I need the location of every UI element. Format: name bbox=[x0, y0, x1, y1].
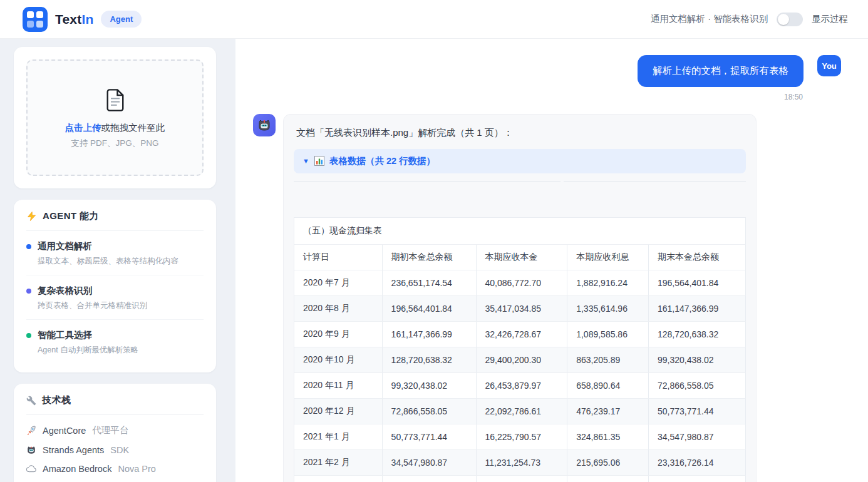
capability-title: 复杂表格识别 bbox=[38, 285, 92, 297]
table-cell: 161,147,366.99 bbox=[648, 295, 745, 321]
table-title: （五）现金流归集表 bbox=[294, 217, 746, 244]
capability-dot-icon bbox=[26, 244, 31, 249]
user-avatar: You bbox=[817, 55, 841, 76]
table-row: 2021 年1 月50,773,771.4416,225,790.57324,8… bbox=[294, 424, 746, 449]
tech-stack-list: AgentCore代理平台Strands AgentsSDKAmazon Bed… bbox=[26, 415, 204, 482]
table-cell: 1,335,614.96 bbox=[567, 295, 649, 321]
table-cell: 236,651,174.54 bbox=[382, 270, 476, 295]
table-cell: 16,225,790.57 bbox=[476, 424, 567, 449]
table-row: 2020 年8 月196,564,401.8435,417,034.851,33… bbox=[294, 295, 746, 321]
table-cell: 863,205.89 bbox=[567, 347, 649, 372]
table-row: 2020 年11 月99,320,438.0226,453,879.97658,… bbox=[294, 372, 746, 398]
table-cell: 22,092,786.61 bbox=[476, 398, 567, 424]
tech-item-name: Amazon Bedrock bbox=[43, 464, 111, 474]
capability-desc: Agent 自动判断最优解析策略 bbox=[38, 345, 204, 356]
capability-dot-icon bbox=[26, 333, 31, 338]
upload-instruction: 点击上传或拖拽文件至此 bbox=[65, 122, 165, 134]
table-column-header: 本期应收利息 bbox=[567, 244, 649, 270]
table-cell: 1,882,916.24 bbox=[567, 270, 649, 295]
tech-stack-item: TextIn 文档解析API bbox=[26, 478, 204, 482]
show-process-label: 显示过程 bbox=[812, 13, 848, 25]
table-cell: 128,720,638.32 bbox=[382, 347, 476, 372]
app-header: TextIn Agent 通用文档解析 · 智能表格识别 显示过程 bbox=[0, 0, 868, 39]
robot-icon bbox=[26, 445, 36, 455]
upload-dropzone[interactable]: 点击上传或拖拽文件至此 支持 PDF、JPG、PNG bbox=[26, 59, 204, 176]
chat-panel: 解析上传的文档，提取所有表格 You 18:50 文档「无线表识别样本.png」… bbox=[235, 39, 868, 482]
table-cell: 2020 年7 月 bbox=[294, 270, 383, 295]
table-cell: 8,681,364.14 bbox=[476, 475, 567, 482]
table-cell: 215,695.06 bbox=[567, 449, 649, 475]
tech-item-suffix: SDK bbox=[110, 445, 129, 455]
table-cell: 324,861.35 bbox=[567, 424, 649, 449]
table-toggle-label: 表格数据（共 22 行数据） bbox=[329, 155, 435, 167]
table-cell: 23,316,726.14 bbox=[648, 449, 745, 475]
show-process-toggle[interactable] bbox=[777, 13, 803, 26]
table-data-toggle[interactable]: ▼ 表格数据（共 22 行数据） bbox=[294, 149, 746, 173]
table-cell: 143,203.90 bbox=[567, 475, 649, 482]
table-cell: 23,316,726.14 bbox=[382, 475, 476, 482]
capabilities-title: AGENT 能力 bbox=[43, 210, 99, 222]
table-cell: 2020 年10 月 bbox=[294, 347, 383, 372]
tech-item-name: AgentCore bbox=[43, 426, 86, 436]
capability-dot-icon bbox=[26, 289, 31, 294]
table-header-row: 计算日期初本金总余额本期应收本金本期应收利息期末本金总余额 bbox=[294, 244, 746, 270]
user-message-row: 解析上传的文档，提取所有表格 You bbox=[253, 55, 868, 87]
bot-message-card: 文档「无线表识别样本.png」解析完成（共 1 页）： ▼ 表格数据（共 22 … bbox=[283, 114, 757, 482]
table-cell: 50,773,771.44 bbox=[648, 398, 745, 424]
capability-desc: 跨页表格、合并单元格精准识别 bbox=[38, 300, 204, 311]
table-cell: 196,564,401.84 bbox=[382, 295, 476, 321]
table-cell: 99,320,438.02 bbox=[648, 347, 745, 372]
textin-logo-icon[interactable] bbox=[23, 7, 48, 32]
table-cell: 2020 年11 月 bbox=[294, 372, 383, 398]
table-cell: 128,720,638.32 bbox=[648, 321, 745, 347]
table-cell: 161,147,366.99 bbox=[382, 321, 476, 347]
document-upload-icon bbox=[102, 87, 128, 113]
table-cell: 32,426,728.67 bbox=[476, 321, 567, 347]
table-cell: 2021 年1 月 bbox=[294, 424, 383, 449]
table-row: 2020 年12 月72,866,558.0522,092,786.61476,… bbox=[294, 398, 746, 424]
table-column-header: 期初本金总余额 bbox=[382, 244, 476, 270]
capability-title: 智能工具选择 bbox=[38, 329, 92, 341]
user-message-bubble: 解析上传的文档，提取所有表格 bbox=[638, 55, 803, 87]
table-cell: 29,400,200.30 bbox=[476, 347, 567, 372]
sidebar: 点击上传或拖拽文件至此 支持 PDF、JPG、PNG AGENT 能力 通用文档… bbox=[0, 39, 217, 482]
table-cell: 99,320,438.02 bbox=[382, 372, 476, 398]
table-cell: 40,086,772.70 bbox=[476, 270, 567, 295]
table-cell: 2021 年3 月 bbox=[294, 475, 383, 482]
table-cell: 2021 年2 月 bbox=[294, 449, 383, 475]
table-cell: 1,089,585.86 bbox=[567, 321, 649, 347]
parse-result-summary: 文档「无线表识别样本.png」解析完成（共 1 页）： bbox=[294, 127, 746, 139]
capability-title: 通用文档解析 bbox=[38, 240, 92, 252]
extracted-table: （五）现金流归集表 计算日期初本金总余额本期应收本金本期应收利息期末本金总余额 … bbox=[294, 217, 746, 482]
table-cell: 2020 年8 月 bbox=[294, 295, 383, 321]
bar-chart-icon bbox=[314, 156, 324, 166]
table-cell: 35,417,034.85 bbox=[476, 295, 567, 321]
wrench-icon bbox=[26, 396, 36, 406]
table-title-row: （五）现金流归集表 bbox=[294, 217, 746, 244]
agent-capabilities-card: AGENT 能力 通用文档解析提取文本、标题层级、表格等结构化内容复杂表格识别跨… bbox=[14, 200, 216, 372]
tech-item-name: Strands Agents bbox=[43, 445, 104, 455]
upload-card: 点击上传或拖拽文件至此 支持 PDF、JPG、PNG bbox=[14, 47, 216, 188]
table-cell: 50,773,771.44 bbox=[382, 424, 476, 449]
table-cell: 658,890.64 bbox=[567, 372, 649, 398]
tech-item-suffix: 代理平台 bbox=[92, 424, 128, 436]
capability-item: 通用文档解析提取文本、标题层级、表格等结构化内容 bbox=[26, 231, 204, 275]
table-column-header: 本期应收本金 bbox=[476, 244, 567, 270]
tech-stack-title: 技术栈 bbox=[42, 394, 71, 406]
table-row: 2020 年7 月236,651,174.5440,086,772.701,88… bbox=[294, 270, 746, 295]
lightning-icon bbox=[26, 211, 37, 222]
tech-stack-item: Strands AgentsSDK bbox=[26, 441, 204, 459]
capability-item: 复杂表格识别跨页表格、合并单元格精准识别 bbox=[26, 275, 204, 320]
brand-name: TextIn bbox=[55, 12, 93, 27]
table-cell: 26,453,879.97 bbox=[476, 372, 567, 398]
caret-down-icon: ▼ bbox=[302, 157, 309, 165]
header-subtitle: 通用文档解析 · 智能表格识别 bbox=[651, 13, 768, 25]
table-cell: 476,239.17 bbox=[567, 398, 649, 424]
table-row: 2021 年2 月34,547,980.8711,231,254.73215,6… bbox=[294, 449, 746, 475]
robot-avatar-icon bbox=[253, 114, 276, 136]
table-column-header: 计算日 bbox=[294, 244, 383, 270]
rocket-icon bbox=[26, 426, 36, 436]
capability-item: 智能工具选择Agent 自动判断最优解析策略 bbox=[26, 320, 204, 364]
table-body: 2020 年7 月236,651,174.5440,086,772.701,88… bbox=[294, 270, 746, 482]
tech-stack-item: AgentCore代理平台 bbox=[26, 420, 204, 441]
